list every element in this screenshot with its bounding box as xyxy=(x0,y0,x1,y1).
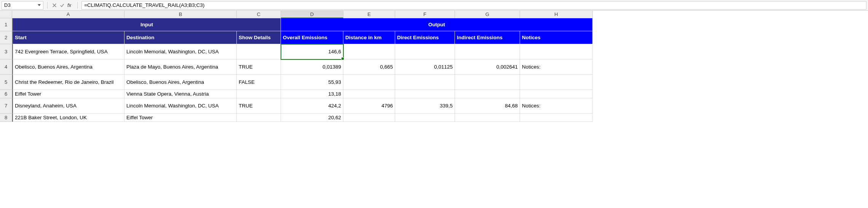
cell-F7[interactable]: 339,5 xyxy=(395,98,455,114)
cell-G4[interactable]: 0,002641 xyxy=(455,59,520,75)
cell-D8[interactable]: 20,62 xyxy=(281,114,343,122)
cell-C3[interactable] xyxy=(237,44,281,59)
accept-icon[interactable] xyxy=(59,2,65,8)
cell-H8[interactable] xyxy=(520,114,593,122)
output-header[interactable]: Output xyxy=(281,18,593,31)
cell-E4[interactable]: 0,665 xyxy=(343,59,395,75)
col-head-G[interactable]: G xyxy=(455,11,520,18)
cell-G8[interactable] xyxy=(455,114,520,122)
cell-F6[interactable] xyxy=(395,90,455,98)
cell-H4[interactable]: Notices: xyxy=(520,59,593,75)
cell-B8[interactable]: Eiffel Tower xyxy=(124,114,237,122)
col-head-H[interactable]: H xyxy=(520,11,593,18)
cell-C6[interactable] xyxy=(237,90,281,98)
col-head-D[interactable]: D xyxy=(281,11,343,18)
cell-B7[interactable]: Lincoln Memorial, Washington, DC, USA xyxy=(124,98,237,114)
cell-G6[interactable] xyxy=(455,90,520,98)
spreadsheet-grid: A B C D E F G H 1 Input Output 2 Start D… xyxy=(0,11,868,122)
row-head-8[interactable]: 8 xyxy=(0,114,12,122)
row-head-7[interactable]: 7 xyxy=(0,98,12,114)
direct-emissions-header[interactable]: Direct Emissions xyxy=(395,31,455,44)
cell-E3[interactable] xyxy=(343,44,395,59)
cell-A5[interactable]: Christ the Redeemer, Rio de Janeiro, Bra… xyxy=(12,75,124,90)
cell-E7[interactable]: 4796 xyxy=(343,98,395,114)
formula-text: =CLIMATIQ.CALCULATE_TRAVEL_RAIL(A3;B3;C3… xyxy=(84,2,204,8)
select-all-corner[interactable] xyxy=(0,11,12,18)
cell-E8[interactable] xyxy=(343,114,395,122)
indirect-emissions-header[interactable]: Indirect Emissions xyxy=(455,31,520,44)
row-head-6[interactable]: 6 xyxy=(0,90,12,98)
cell-D4[interactable]: 0,01389 xyxy=(281,59,343,75)
formula-input[interactable]: =CLIMATIQ.CALCULATE_TRAVEL_RAIL(A3;B3;C3… xyxy=(81,1,866,10)
cell-C8[interactable] xyxy=(237,114,281,122)
cell-D3[interactable]: 146,6 xyxy=(281,44,343,59)
cell-C4[interactable]: TRUE xyxy=(237,59,281,75)
cell-H6[interactable] xyxy=(520,90,593,98)
cell-A4[interactable]: Obelisco, Buenos Aires, Argentina xyxy=(12,59,124,75)
cell-G5[interactable] xyxy=(455,75,520,90)
col-head-F[interactable]: F xyxy=(395,11,455,18)
row-head-1[interactable]: 1 xyxy=(0,18,12,31)
cell-H7[interactable]: Notices: xyxy=(520,98,593,114)
divider xyxy=(47,2,48,9)
formula-bar: D3 fx =CLIMATIQ.CALCULATE_TRAVEL_RAIL(A3… xyxy=(0,0,868,11)
cell-G3[interactable] xyxy=(455,44,520,59)
cell-E5[interactable] xyxy=(343,75,395,90)
col-head-E[interactable]: E xyxy=(343,11,395,18)
cell-G7[interactable]: 84,68 xyxy=(455,98,520,114)
distance-header[interactable]: Distance in km xyxy=(343,31,395,44)
row-head-3[interactable]: 3 xyxy=(0,44,12,59)
fx-label[interactable]: fx xyxy=(67,2,71,8)
input-header[interactable]: Input xyxy=(12,18,281,31)
name-box-value: D3 xyxy=(4,2,11,8)
start-header[interactable]: Start xyxy=(12,31,124,44)
overall-emissions-header[interactable]: Overall Emissions xyxy=(281,31,343,44)
cell-H3[interactable] xyxy=(520,44,593,59)
cell-D6[interactable]: 13,18 xyxy=(281,90,343,98)
col-head-B[interactable]: B xyxy=(124,11,237,18)
cell-F3[interactable] xyxy=(395,44,455,59)
cell-B3[interactable]: Lincoln Memorial, Washington, DC, USA xyxy=(124,44,237,59)
row-head-4[interactable]: 4 xyxy=(0,59,12,75)
notices-header[interactable]: Notices xyxy=(520,31,593,44)
col-head-A[interactable]: A xyxy=(12,11,124,18)
chevron-down-icon xyxy=(38,4,41,6)
name-box[interactable]: D3 xyxy=(2,1,43,10)
cell-C5[interactable]: FALSE xyxy=(237,75,281,90)
cell-A3[interactable]: 742 Evergreen Terrace, Springfield, USA xyxy=(12,44,124,59)
cell-E6[interactable] xyxy=(343,90,395,98)
cell-F8[interactable] xyxy=(395,114,455,122)
cancel-icon[interactable] xyxy=(51,2,57,8)
cell-F4[interactable]: 0,01125 xyxy=(395,59,455,75)
cell-A7[interactable]: Disneyland, Anaheim, USA xyxy=(12,98,124,114)
row-head-2[interactable]: 2 xyxy=(0,31,12,44)
cell-A8[interactable]: 221B Baker Street, London, UK xyxy=(12,114,124,122)
cell-A6[interactable]: Eiffel Tower xyxy=(12,90,124,98)
cell-B4[interactable]: Plaza de Mayo, Buenos Aires, Argentina xyxy=(124,59,237,75)
col-head-C[interactable]: C xyxy=(237,11,281,18)
divider xyxy=(77,2,78,9)
cell-C7[interactable]: TRUE xyxy=(237,98,281,114)
destination-header[interactable]: Destination xyxy=(124,31,237,44)
show-details-header[interactable]: Show Details xyxy=(237,31,281,44)
cell-B5[interactable]: Obelisco, Buenos Aires, Argentina xyxy=(124,75,237,90)
cell-D5[interactable]: 55,93 xyxy=(281,75,343,90)
cell-H5[interactable] xyxy=(520,75,593,90)
cell-D7[interactable]: 424,2 xyxy=(281,98,343,114)
cell-B6[interactable]: Vienna State Opera, Vienna, Austria xyxy=(124,90,237,98)
row-head-5[interactable]: 5 xyxy=(0,75,12,90)
cell-F5[interactable] xyxy=(395,75,455,90)
